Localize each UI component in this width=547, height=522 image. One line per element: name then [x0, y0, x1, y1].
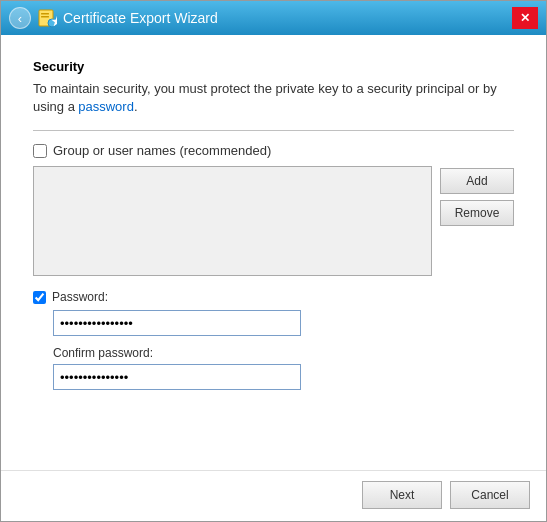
remove-button[interactable]: Remove: [440, 200, 514, 226]
wizard-footer: Next Cancel: [1, 470, 546, 521]
password-input[interactable]: [53, 310, 301, 336]
cancel-button[interactable]: Cancel: [450, 481, 530, 509]
password-checkbox-label[interactable]: Password:: [52, 290, 108, 304]
password-link[interactable]: password: [78, 99, 134, 114]
group-checkbox-label[interactable]: Group or user names (recommended): [53, 143, 271, 158]
add-button[interactable]: Add: [440, 168, 514, 194]
password-checkbox[interactable]: [33, 291, 46, 304]
confirm-password-label: Confirm password:: [53, 346, 514, 360]
svg-text:★: ★: [51, 14, 58, 28]
wizard-content: Security To maintain security, you must …: [1, 35, 546, 470]
section-description: To maintain security, you must protect t…: [33, 80, 514, 116]
title-bar: ‹ ★ Certificate Export Wizard ✕: [1, 1, 546, 35]
next-button[interactable]: Next: [362, 481, 442, 509]
group-list-buttons: Add Remove: [440, 166, 514, 276]
password-row: Password:: [33, 290, 514, 304]
group-checkbox[interactable]: [33, 144, 47, 158]
group-checkbox-row: Group or user names (recommended): [33, 143, 514, 158]
section-divider: [33, 130, 514, 131]
section-heading: Security: [33, 59, 514, 74]
certificate-icon: ★: [37, 8, 57, 28]
wizard-window: ‹ ★ Certificate Export Wizard ✕ Security…: [0, 0, 547, 522]
confirm-input-wrap: [53, 364, 514, 390]
confirm-password-input[interactable]: [53, 364, 301, 390]
back-button[interactable]: ‹: [9, 7, 31, 29]
group-list-box: [33, 166, 432, 276]
password-section: Password: Confirm password:: [33, 290, 514, 390]
svg-rect-1: [41, 13, 49, 15]
svg-rect-2: [41, 16, 49, 18]
close-button[interactable]: ✕: [512, 7, 538, 29]
title-bar-left: ‹ ★ Certificate Export Wizard: [9, 7, 218, 29]
window-title: Certificate Export Wizard: [63, 10, 218, 26]
group-list-area: Add Remove: [33, 166, 514, 276]
